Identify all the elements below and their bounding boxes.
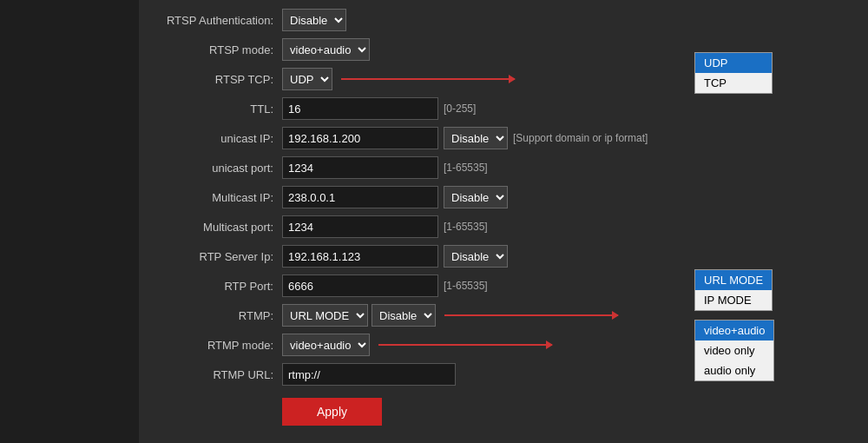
- rtmp-label: RTMP:: [156, 309, 282, 322]
- multicast-port-hint: [1-65535]: [444, 221, 488, 233]
- ttl-input[interactable]: [282, 97, 438, 120]
- rtmp-url-label: RTMP URL:: [156, 368, 282, 381]
- tcp-option[interactable]: TCP: [695, 73, 772, 93]
- multicast-port-row: Multicast port: [1-65535]: [156, 215, 851, 238]
- multicast-ip-select[interactable]: Disable Enable: [444, 186, 508, 208]
- rtsp-tcp-arrow: [341, 78, 515, 80]
- rtmp-url-input[interactable]: [282, 363, 456, 386]
- ttl-label: TTL:: [156, 102, 282, 116]
- rtmp-mode-select[interactable]: URL MODE IP MODE: [282, 304, 368, 327]
- rtp-server-ip-input[interactable]: [282, 245, 438, 268]
- unicast-port-hint: [1-65535]: [444, 162, 488, 174]
- ttl-row: TTL: [0-255]: [156, 97, 851, 120]
- rtsp-tcp-select[interactable]: UDP TCP: [282, 68, 332, 90]
- apply-button[interactable]: Apply: [282, 398, 382, 426]
- unicast-port-row: unicast port: [1-65535]: [156, 156, 851, 179]
- multicast-port-input[interactable]: [282, 215, 438, 238]
- rtsp-mode-select[interactable]: video+audio video only audio only: [282, 38, 370, 61]
- rtp-server-ip-row: RTP Server Ip: Disable Enable: [156, 245, 851, 268]
- rtsp-auth-label: RTSP Authentication:: [156, 14, 282, 27]
- rtmp-mode-popup: video+audio video only audio only: [694, 320, 774, 381]
- ip-mode-option[interactable]: IP MODE: [695, 290, 772, 310]
- rtp-server-ip-label: RTP Server Ip:: [156, 250, 282, 263]
- udp-option[interactable]: UDP: [695, 53, 772, 73]
- multicast-ip-input[interactable]: [282, 186, 438, 208]
- url-ip-mode-popup: URL MODE IP MODE: [694, 269, 773, 311]
- rtsp-auth-select[interactable]: Disable Basic Digest: [282, 9, 346, 31]
- multicast-ip-label: Multicast IP:: [156, 191, 282, 204]
- rtmp-mode-label: RTMP mode:: [156, 339, 282, 352]
- main-content: RTSP Authentication: Disable Basic Diges…: [139, 0, 868, 443]
- rtp-port-hint: [1-65535]: [444, 280, 488, 292]
- unicast-ip-hint: [Support domain or ip format]: [513, 132, 648, 144]
- url-mode-option[interactable]: URL MODE: [695, 270, 772, 290]
- rtsp-tcp-label: RTSP TCP:: [156, 73, 282, 86]
- apply-row: Apply: [156, 393, 851, 426]
- rtmp-mode-sel[interactable]: video+audio video only audio only: [282, 334, 370, 356]
- multicast-ip-row: Multicast IP: Disable Enable: [156, 186, 851, 208]
- rtsp-mode-label: RTSP mode:: [156, 43, 282, 56]
- unicast-port-input[interactable]: [282, 156, 438, 179]
- rtp-port-input[interactable]: [282, 274, 438, 297]
- unicast-ip-label: unicast IP:: [156, 132, 282, 145]
- sidebar: [0, 0, 139, 443]
- rtmp-video-only-option[interactable]: video only: [695, 341, 773, 360]
- ttl-hint: [0-255]: [444, 102, 476, 115]
- rtmp-mode-arrow: [378, 344, 552, 346]
- rtp-port-label: RTP Port:: [156, 280, 282, 293]
- rtmp-audio-only-option[interactable]: audio only: [695, 360, 773, 380]
- rtmp-status-select[interactable]: Disable Enable: [372, 304, 436, 327]
- udp-tcp-popup: UDP TCP: [694, 52, 773, 94]
- rtp-server-ip-select[interactable]: Disable Enable: [444, 245, 508, 268]
- unicast-ip-input[interactable]: [282, 127, 438, 149]
- unicast-ip-row: unicast IP: Disable Enable [Support doma…: [156, 127, 851, 149]
- unicast-port-label: unicast port:: [156, 162, 282, 175]
- unicast-ip-select[interactable]: Disable Enable: [444, 127, 508, 149]
- rtsp-auth-row: RTSP Authentication: Disable Basic Diges…: [156, 9, 851, 31]
- multicast-port-label: Multicast port:: [156, 221, 282, 234]
- rtmp-arrow: [444, 314, 618, 316]
- rtmp-video-audio-option[interactable]: video+audio: [695, 321, 773, 341]
